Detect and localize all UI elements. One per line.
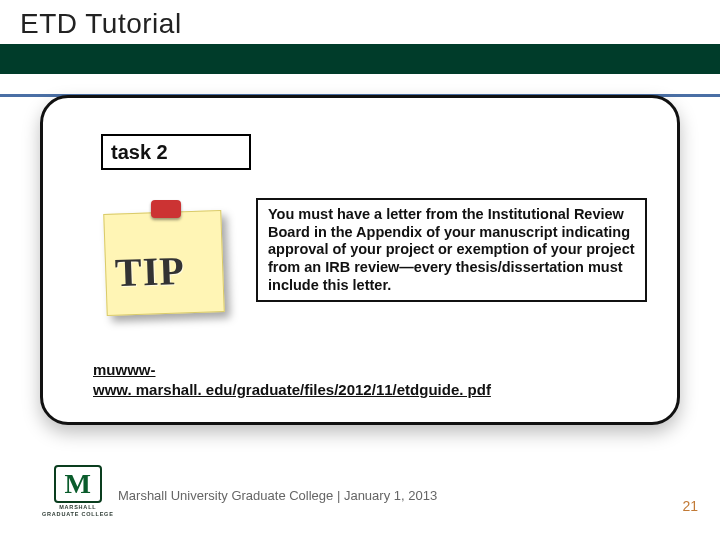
- footer-text: Marshall University Graduate College | J…: [118, 488, 437, 503]
- task-label: task 2: [103, 136, 249, 168]
- logo-caption-1: MARSHALL: [59, 504, 96, 510]
- link-line-1: muwww-: [93, 361, 156, 378]
- slide: ETD Tutorial task 2 TIP You must have a …: [0, 0, 720, 540]
- pushpin-icon: [151, 200, 181, 218]
- content-card: task 2 TIP You must have a letter from t…: [40, 95, 680, 425]
- link-line-2: www. marshall. edu/graduate/files/2012/1…: [93, 381, 491, 398]
- logo-letter: M: [54, 465, 102, 503]
- page-number: 21: [682, 498, 698, 514]
- logo-caption-2: GRADUATE COLLEGE: [42, 511, 114, 517]
- university-logo: M MARSHALL GRADUATE COLLEGE: [42, 465, 114, 517]
- task-chip: task 2: [101, 134, 251, 170]
- sticky-note-icon: TIP: [93, 198, 238, 318]
- header-band: [0, 44, 720, 74]
- tip-row: TIP You must have a letter from the Inst…: [93, 198, 647, 318]
- logo-icon: M: [54, 465, 102, 503]
- tip-graphic-text: TIP: [114, 247, 185, 296]
- guide-link[interactable]: muwww- www. marshall. edu/graduate/files…: [93, 360, 627, 399]
- page-title: ETD Tutorial: [20, 8, 182, 40]
- tip-body: You must have a letter from the Institut…: [256, 198, 647, 302]
